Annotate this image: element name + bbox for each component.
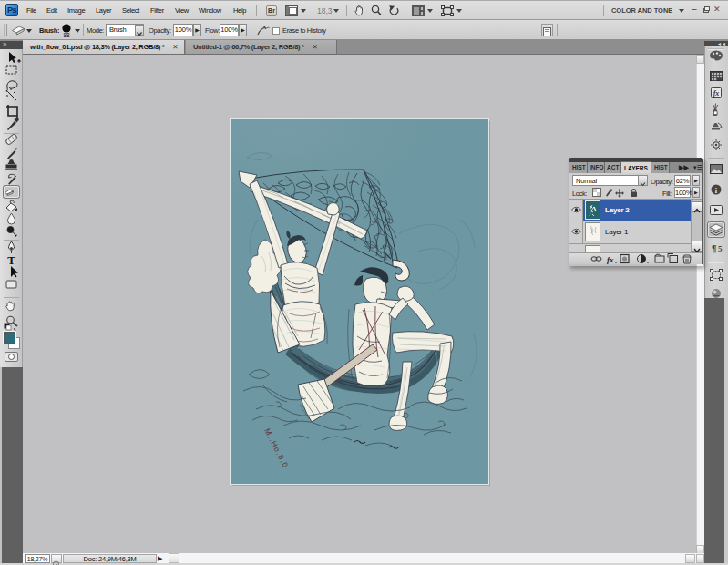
- svg-text:5: 5: [718, 244, 723, 253]
- svg-text:88: 88: [63, 32, 70, 38]
- svg-text:¶: ¶: [712, 243, 716, 253]
- svg-text:fx: fx: [607, 255, 614, 264]
- svg-text:T: T: [7, 253, 15, 267]
- svg-text:fx: fx: [713, 89, 720, 98]
